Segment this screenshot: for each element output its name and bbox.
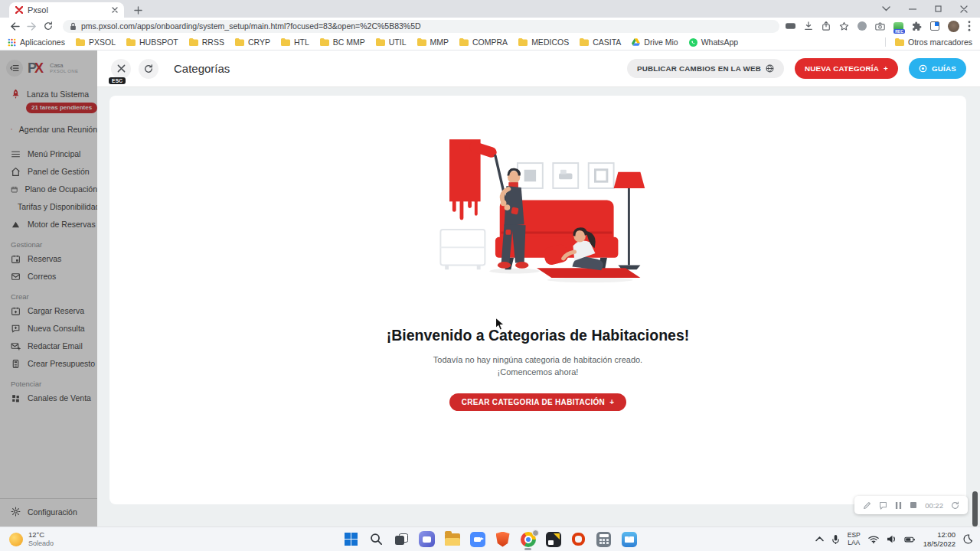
taskbar-chat-app[interactable] [417, 530, 436, 549]
sidebar-item-canales-de-venta[interactable]: Canales de Venta [0, 390, 97, 407]
taskbar-calculator-app[interactable] [594, 530, 613, 549]
microphone-icon[interactable] [831, 534, 840, 545]
camera-extension-icon[interactable] [875, 22, 885, 31]
tab-close-icon[interactable] [112, 7, 118, 13]
media-card-icon[interactable] [786, 22, 795, 30]
extensions-puzzle-icon[interactable] [912, 21, 922, 31]
minimize-icon[interactable] [909, 5, 916, 13]
taskbar-zoom-app[interactable] [468, 530, 487, 549]
create-room-category-button[interactable]: CREAR CATEGORIA DE HABITACIÓN + [449, 393, 627, 411]
address-bar[interactable]: pms.pxsol.com/apps/onboarding/system_set… [63, 20, 779, 33]
workspace-name: Casa [50, 62, 78, 69]
chevron-down-icon[interactable] [882, 6, 890, 11]
bookmark-item-drive[interactable]: Drive Mio [632, 37, 678, 47]
browser-menu-icon[interactable] [968, 21, 971, 31]
sidebar-item-configuracion[interactable]: Configuración [0, 498, 97, 527]
bookmark-item[interactable]: MMP [417, 37, 449, 47]
apps-shortcut[interactable]: Aplicaciones [8, 37, 65, 47]
task-view-icon [395, 533, 408, 545]
taskbar-office-app[interactable] [569, 530, 588, 549]
video-camera-icon [470, 532, 485, 547]
close-panel-button[interactable]: ESC [111, 59, 131, 79]
reload-button[interactable] [40, 21, 57, 31]
back-button[interactable] [6, 22, 23, 31]
sidebar-section-gestionar: Gestionar [0, 233, 97, 250]
pause-icon[interactable] [895, 501, 902, 510]
folder-icon [376, 38, 385, 46]
bookmark-item-whatsapp[interactable]: WhatsApp [689, 37, 738, 47]
bookmark-item[interactable]: MEDICOS [518, 37, 569, 47]
restart-icon[interactable] [951, 501, 959, 510]
draw-pencil-icon[interactable] [863, 501, 871, 510]
maximize-icon[interactable] [935, 5, 942, 12]
sidebar-item-correos[interactable]: Correos [0, 268, 97, 285]
taskbar-clock[interactable]: 12:00 18/5/2022 [923, 530, 956, 549]
pxsol-favicon-icon [15, 6, 23, 14]
close-icon[interactable] [960, 5, 968, 13]
refresh-button[interactable] [139, 59, 158, 79]
language-indicator[interactable]: ESP LAA [848, 532, 861, 547]
taskbar-weather-widget[interactable]: 12°C Soleado [0, 530, 54, 547]
bookmark-item[interactable]: BC MMP [320, 37, 365, 47]
taskbar-mail-app[interactable] [619, 530, 639, 549]
battery-icon[interactable] [904, 535, 916, 544]
chrome-profile-badge [532, 530, 539, 536]
sidebar-item-menu-principal[interactable]: Menú Principal [0, 145, 97, 163]
sidebar-item-panel-de-gestion[interactable]: Panel de Gestión [0, 163, 97, 181]
tab-title: Pxsol [28, 5, 107, 15]
bookmark-star-icon[interactable] [839, 21, 849, 31]
sidebar-item-tarifas-y-disponibilidad[interactable]: Tarifas y Disponibilidad [0, 198, 97, 216]
folder-icon [126, 38, 136, 46]
new-tab-button[interactable] [129, 2, 147, 18]
stop-icon[interactable] [910, 501, 917, 509]
taskbar-dark-app[interactable] [544, 530, 563, 549]
chat-icon [419, 531, 435, 547]
taskbar-chrome-browser[interactable] [518, 530, 537, 549]
share-icon[interactable] [822, 21, 831, 31]
profile-avatar[interactable] [948, 21, 959, 32]
sidebar-item-agendar-reunion[interactable]: Agendar una Reunión [0, 121, 97, 138]
comment-icon[interactable] [879, 501, 887, 510]
tray-expand-icon[interactable] [815, 536, 824, 542]
bookmark-item[interactable]: HTL [281, 37, 309, 47]
lock-icon [70, 22, 77, 31]
plus-icon: + [884, 64, 888, 73]
taskbar-brave-browser[interactable] [493, 530, 512, 549]
sidebar-item-lanza-tu-sistema[interactable]: Lanza tu Sistema 21 tareas pendientes [0, 83, 97, 115]
speaker-icon[interactable] [887, 535, 897, 543]
sidebar-item-reservas[interactable]: Reservas [0, 250, 97, 268]
sidebar-item-nueva-consulta[interactable]: Nueva Consulta [0, 320, 97, 337]
screen-recorder-extension-icon[interactable]: REC [893, 22, 903, 31]
sidebar-item-plano-de-ocupacion[interactable]: Plano de Ocupación [0, 181, 97, 198]
vertical-scrollbar-thumb[interactable] [972, 491, 978, 527]
bookmark-item[interactable]: UTIL [376, 37, 407, 47]
publish-changes-button[interactable]: PUBLICAR CAMBIOS EN LA WEB [627, 59, 784, 78]
bookmark-item[interactable]: COMPRA [459, 37, 508, 47]
refresh-icon [144, 64, 153, 73]
task-view-button[interactable] [392, 530, 411, 549]
sidebar-item-crear-presupuesto[interactable]: Crear Presupuesto [0, 355, 97, 373]
bookmark-item[interactable]: HUBSPOT [126, 37, 178, 47]
calculator-icon [596, 532, 611, 547]
sidebar-item-cargar-reserva[interactable]: Cargar Reserva [0, 302, 97, 320]
sidebar-collapse-button[interactable] [6, 60, 23, 77]
extension-generic-icon[interactable] [858, 21, 867, 31]
do-not-disturb-moon-icon[interactable] [963, 534, 972, 544]
bookmark-item[interactable]: CRYP [235, 37, 270, 47]
bookmark-item[interactable]: CASITA [580, 37, 621, 47]
wifi-icon[interactable] [868, 535, 879, 544]
guides-button[interactable]: GUÍAS [909, 58, 966, 79]
new-category-button[interactable]: NUEVA CATEGORÍA + [795, 58, 898, 79]
other-bookmarks[interactable]: Otros marcadores [885, 37, 972, 47]
sidebar-item-motor-de-reservas[interactable]: Motor de Reservas [0, 216, 97, 233]
bookmark-item[interactable]: PXSOL [76, 37, 116, 47]
sidebar-item-redactar-email[interactable]: Redactar Email [0, 337, 97, 355]
taskbar-file-explorer[interactable] [443, 530, 462, 549]
start-button[interactable] [341, 530, 361, 549]
taskbar-search-button[interactable] [367, 530, 386, 549]
forward-button[interactable] [23, 22, 40, 31]
bookmark-item[interactable]: RRSS [189, 37, 224, 47]
browser-tab[interactable]: Pxsol [9, 2, 124, 18]
install-icon[interactable] [804, 21, 813, 31]
side-panel-icon[interactable] [930, 21, 939, 31]
